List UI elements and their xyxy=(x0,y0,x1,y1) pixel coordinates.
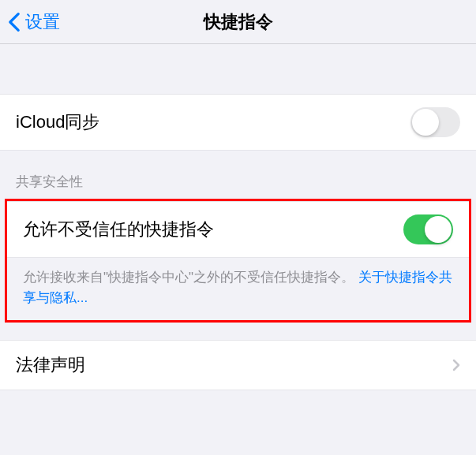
legal-label: 法律声明 xyxy=(16,353,452,377)
toggle-knob xyxy=(425,216,452,243)
allow-untrusted-label: 允许不受信任的快捷指令 xyxy=(23,218,214,241)
icloud-sync-cell[interactable]: iCloud同步 xyxy=(0,94,476,151)
allow-untrusted-cell[interactable]: 允许不受信任的快捷指令 xyxy=(7,201,469,258)
back-button[interactable]: 设置 xyxy=(0,10,60,34)
chevron-right-icon xyxy=(452,359,460,371)
allow-untrusted-toggle[interactable] xyxy=(403,214,453,244)
spacer xyxy=(0,44,476,94)
footer-description: 允许接收来自"快捷指令中心"之外的不受信任快捷指令。 xyxy=(23,270,358,285)
back-label: 设置 xyxy=(25,10,60,34)
highlight-box: 允许不受信任的快捷指令 允许接收来自"快捷指令中心"之外的不受信任快捷指令。 关… xyxy=(5,199,471,323)
icloud-sync-toggle[interactable] xyxy=(410,107,460,137)
nav-bar: 设置 快捷指令 xyxy=(0,0,476,44)
section-header-sharing: 共享安全性 xyxy=(0,151,476,199)
spacer xyxy=(0,323,476,340)
icloud-sync-label: iCloud同步 xyxy=(16,110,99,134)
legal-cell[interactable]: 法律声明 xyxy=(0,340,476,390)
toggle-knob xyxy=(412,109,439,136)
chevron-left-icon xyxy=(8,12,21,32)
page-title: 快捷指令 xyxy=(204,10,273,34)
footer-text: 允许接收来自"快捷指令中心"之外的不受信任快捷指令。 关于快捷指令共享与隐私..… xyxy=(7,258,469,320)
